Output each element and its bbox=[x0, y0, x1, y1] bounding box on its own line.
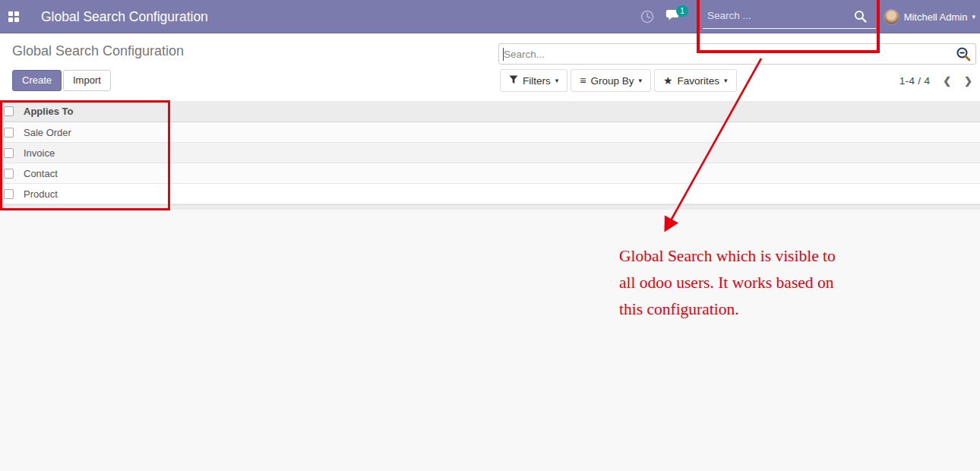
row-label: Sale Order bbox=[24, 127, 71, 138]
top-navbar: Global Search Configuration 1 Mitchell A… bbox=[0, 0, 980, 33]
list-search-box bbox=[498, 43, 976, 65]
filters-button[interactable]: Filters ▾ bbox=[500, 69, 567, 92]
row-label: Product bbox=[24, 188, 58, 200]
row-label: Invoice bbox=[24, 147, 55, 159]
chevron-down-icon: ▾ bbox=[724, 77, 728, 84]
search-icon[interactable] bbox=[854, 10, 867, 26]
create-button[interactable]: Create bbox=[12, 70, 62, 91]
annotation-line: Global Search which is visible to bbox=[619, 243, 836, 270]
filters-label: Filters bbox=[523, 75, 551, 87]
row-checkbox[interactable] bbox=[4, 148, 14, 158]
favorites-button[interactable]: ★ Favorites ▾ bbox=[654, 69, 737, 92]
row-label: Contact bbox=[24, 168, 58, 179]
global-search-box bbox=[703, 4, 876, 29]
chevron-down-icon: ▾ bbox=[972, 14, 975, 21]
group-by-icon: ≡ bbox=[580, 75, 586, 86]
annotation-line: this configuration. bbox=[619, 296, 836, 323]
row-checkbox[interactable] bbox=[4, 189, 14, 199]
list-view: Applies To Sale Order Invoice Contact Pr… bbox=[0, 101, 980, 210]
filter-funnel-icon bbox=[509, 75, 518, 87]
messages-icon[interactable]: 1 bbox=[665, 9, 682, 24]
pager-next-icon[interactable]: ❯ bbox=[964, 75, 972, 87]
table-header-row: Applies To bbox=[0, 101, 980, 122]
chevron-down-icon: ▾ bbox=[638, 77, 642, 84]
global-search-input[interactable] bbox=[707, 10, 848, 21]
group-by-label: Group By bbox=[590, 75, 634, 87]
list-search-input[interactable] bbox=[504, 45, 929, 63]
message-count-badge: 1 bbox=[676, 5, 688, 17]
user-avatar bbox=[884, 9, 899, 25]
table-row[interactable]: Invoice bbox=[0, 143, 980, 163]
annotation-line: all odoo users. It works based on bbox=[619, 270, 836, 296]
row-checkbox[interactable] bbox=[4, 128, 14, 138]
search-options-icon[interactable] bbox=[956, 46, 972, 65]
import-button[interactable]: Import bbox=[63, 70, 111, 91]
table-row[interactable]: Sale Order bbox=[0, 122, 980, 143]
pager-range: 1-4 / 4 bbox=[899, 75, 930, 87]
star-icon: ★ bbox=[663, 75, 673, 86]
apps-menu-icon[interactable] bbox=[8, 11, 20, 23]
control-panel: Global Search Configuration Create Impor… bbox=[0, 33, 980, 101]
table-row[interactable]: Contact bbox=[0, 163, 980, 184]
app-title: Global Search Configuration bbox=[41, 0, 208, 33]
user-name: Mitchell Admin bbox=[904, 11, 968, 23]
pager: 1-4 / 4 ❮ ❯ bbox=[899, 69, 972, 92]
user-menu[interactable]: Mitchell Admin ▾ bbox=[876, 0, 980, 33]
chevron-down-icon: ▾ bbox=[555, 77, 559, 84]
activities-clock-icon[interactable] bbox=[640, 9, 656, 24]
annotation-text: Global Search which is visible to all od… bbox=[619, 243, 836, 323]
pager-previous-icon[interactable]: ❮ bbox=[943, 75, 951, 87]
table-footer-strip bbox=[0, 204, 980, 210]
search-facet-buttons: Filters ▾ ≡ Group By ▾ ★ Favorites ▾ bbox=[500, 69, 737, 92]
favorites-label: Favorites bbox=[678, 75, 720, 87]
odoo-screen: Global Search Configuration 1 Mitchell A… bbox=[0, 0, 980, 471]
row-checkbox[interactable] bbox=[4, 169, 14, 179]
select-all-checkbox[interactable] bbox=[4, 106, 14, 116]
column-header-applies-to: Applies To bbox=[24, 106, 73, 117]
breadcrumb: Global Search Configuration bbox=[12, 43, 184, 59]
group-by-button[interactable]: ≡ Group By ▾ bbox=[571, 69, 651, 92]
table-row[interactable]: Product bbox=[0, 184, 980, 204]
